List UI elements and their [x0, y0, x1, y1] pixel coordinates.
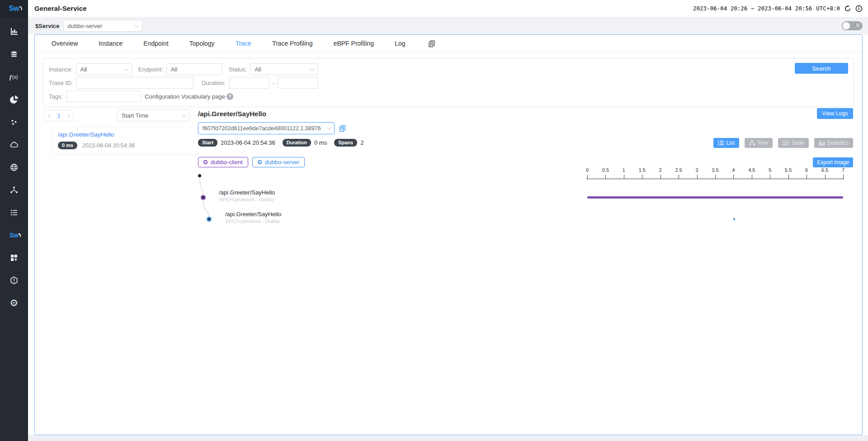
chevron-down-icon [182, 113, 186, 117]
view-mode-label: Tree [757, 140, 768, 146]
instance-select[interactable]: All [76, 63, 132, 75]
tree-view-button[interactable]: Tree [745, 138, 773, 148]
prev-page-icon[interactable]: ‹ [44, 110, 54, 121]
next-page-icon[interactable]: › [64, 110, 73, 121]
legend-label: dubbo-client [211, 159, 243, 166]
trace-id-input[interactable] [76, 77, 193, 89]
service-circle-icon [258, 160, 262, 164]
span-duration-bar[interactable] [733, 218, 735, 220]
trace-item-duration-badge: 0 ms [58, 142, 77, 149]
function-icon[interactable]: f(x) [9, 71, 19, 82]
cloud-icon[interactable] [9, 139, 19, 150]
layers-icon[interactable] [9, 49, 19, 60]
skywalking-logo[interactable]: Sw [0, 0, 28, 17]
topology-icon[interactable] [9, 185, 19, 195]
info-icon[interactable] [855, 5, 863, 12]
service-select-value: dubbo-server [68, 23, 103, 29]
tags-filter-label: Tags: [49, 93, 63, 100]
skywalking-logo-text: Sw [9, 5, 19, 13]
service-bar: $Service dubbo-server V [28, 17, 868, 34]
duration-max-input[interactable] [278, 77, 318, 89]
sort-select-value: Start Time [122, 112, 148, 119]
export-image-button[interactable]: Export image [813, 157, 853, 167]
skywalking-icon[interactable]: Sw [9, 230, 19, 241]
trace-id-select[interactable]: f607fd7202d611ee9de7acde48001122.1.38976… [198, 122, 335, 134]
axis-tick-mark [697, 175, 698, 179]
status-select[interactable]: All [250, 63, 318, 75]
scatter-dots-icon[interactable] [9, 117, 19, 128]
axis-tick-label: 5 [769, 167, 771, 173]
tab-log[interactable]: Log [384, 35, 415, 52]
tab-topology[interactable]: Topology [179, 35, 225, 52]
copy-trace-id-icon[interactable] [339, 124, 346, 132]
tab-trace[interactable]: Trace [225, 35, 262, 52]
tags-input[interactable] [66, 90, 141, 102]
axis-tick-mark [605, 175, 606, 179]
span-dot[interactable] [207, 217, 212, 222]
list-view-button[interactable]: List [713, 138, 739, 148]
svg-text:(x): (x) [12, 74, 18, 80]
search-button[interactable]: Search [795, 63, 848, 74]
legend-label: dubbo-server [265, 159, 300, 166]
globe-icon[interactable] [9, 162, 19, 173]
table-view-button[interactable]: Table [778, 138, 809, 148]
tab-ebpf-profiling[interactable]: eBPF Profiling [323, 35, 384, 52]
chevron-down-icon [327, 125, 331, 130]
endpoint-input[interactable] [166, 63, 222, 75]
span-dot[interactable] [201, 195, 206, 200]
time-range-text[interactable]: 2023-06-04 20:26 ~ 2023-06-04 20:56 [693, 5, 812, 12]
view-logs-button[interactable]: View Logs [817, 108, 853, 119]
service-select[interactable]: dubbo-server [63, 20, 142, 32]
current-page-number[interactable]: 1 [54, 112, 64, 119]
alert-hexagon-icon[interactable] [9, 275, 19, 286]
span-duration-bar[interactable] [587, 196, 843, 199]
tab-overview[interactable]: Overview [41, 35, 88, 52]
axis-tick-mark [642, 175, 642, 179]
help-icon[interactable]: ? [226, 93, 233, 100]
trace-meta: Start2023-06-04 20:54:36Duration0 msSpan… [198, 139, 371, 147]
refresh-icon[interactable] [844, 5, 851, 12]
sidebar: Sw f(x) [0, 0, 28, 441]
main-panel: OverviewInstanceEndpointTopologyTraceTra… [34, 34, 863, 435]
pie-chart-icon[interactable] [9, 94, 19, 105]
axis-tick-label: 2 [659, 167, 662, 173]
axis-tick-mark [715, 175, 716, 179]
services-legend: dubbo-clientdubbo-server [198, 157, 305, 167]
axis-tick-label: 3.5 [712, 167, 718, 173]
endpoint-filter-label: Endpoint: [138, 66, 163, 73]
dashboard-plus-icon[interactable] [9, 252, 19, 263]
tab-bar: OverviewInstanceEndpointTopologyTraceTra… [35, 35, 862, 52]
status-filter-label: Status: [229, 66, 247, 73]
legend-dubbo-client[interactable]: dubbo-client [198, 157, 248, 167]
statistics-view-button[interactable]: Statistics [814, 138, 853, 148]
bar-chart-icon[interactable] [9, 26, 19, 37]
list-icon[interactable] [9, 207, 19, 218]
meta-value-duration: 0 ms [314, 139, 327, 146]
axis-tick-mark [752, 175, 752, 179]
auto-refresh-toggle[interactable]: V [842, 21, 863, 30]
duration-filter-label: Duration: [202, 80, 226, 86]
axis-tick-mark [733, 175, 734, 179]
span-endpoint[interactable]: /api.Greeter/SayHello [225, 211, 281, 218]
settings-gear-icon[interactable]: ⚙ [9, 298, 19, 308]
axis-tick-mark [843, 175, 844, 179]
trace-item-endpoint[interactable]: /api.Greeter/SayHello [58, 131, 192, 138]
trace-list-item[interactable]: /api.Greeter/SayHello0 ms2023-06-04 20:5… [52, 127, 198, 154]
trace-id-filter-label: Trace ID: [49, 80, 73, 86]
duration-min-input[interactable] [229, 77, 269, 89]
trace-item-start-time: 2023-06-04 20:54:36 [82, 142, 135, 149]
axis-tick-label: 1.5 [639, 167, 646, 173]
vocabulary-link[interactable]: Configuration Vocabulary page [145, 93, 225, 100]
duration-separator: - [273, 80, 274, 86]
legend-dubbo-server[interactable]: dubbo-server [252, 157, 305, 167]
sort-select[interactable]: Start Time [117, 109, 189, 121]
docs-copy-icon[interactable] [428, 39, 436, 47]
axis-tick-mark [679, 175, 679, 179]
span-endpoint[interactable]: /api.Greeter/SayHello [219, 189, 275, 196]
view-mode-label: Table [791, 140, 804, 146]
tab-trace-profiling[interactable]: Trace Profiling [262, 35, 323, 52]
axis-tick-label: 5.5 [785, 167, 792, 173]
tab-instance[interactable]: Instance [88, 35, 133, 52]
axis-tick-label: 4.5 [748, 167, 755, 173]
tab-endpoint[interactable]: Endpoint [133, 35, 179, 52]
